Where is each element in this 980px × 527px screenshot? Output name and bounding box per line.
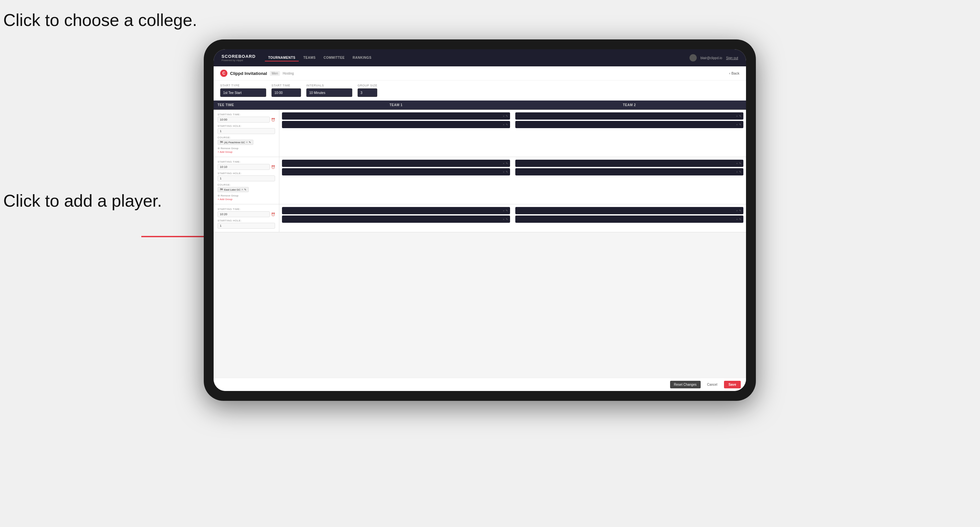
course-label-2: COURSE: bbox=[218, 183, 275, 186]
starting-hole-select-2[interactable]: 110 bbox=[218, 175, 275, 181]
back-button[interactable]: ‹ Back bbox=[729, 71, 740, 75]
slot-action-edit-3-2[interactable]: ✎ bbox=[506, 170, 508, 173]
slot-action-x-6-2[interactable]: × bbox=[736, 218, 738, 221]
starting-time-input-1[interactable] bbox=[218, 117, 270, 122]
player-slot-5-1[interactable]: ×✎ bbox=[282, 207, 510, 214]
player-slot-5-2[interactable]: ×✎ bbox=[282, 216, 510, 223]
add-group-1[interactable]: + Add Group bbox=[218, 151, 275, 154]
team1-col-2: ×✎ ×✎ bbox=[279, 157, 513, 204]
slot-action-edit-2-1[interactable]: ✎ bbox=[739, 115, 741, 117]
player-slot-2-1[interactable]: ×✎ bbox=[515, 113, 743, 120]
start-type-label: Start Type bbox=[220, 84, 266, 87]
starting-time-input-2[interactable] bbox=[218, 164, 270, 170]
bottom-bar: Reset Changes Cancel Save bbox=[214, 378, 746, 391]
start-type-group: Start Type 1st Tee Start Shotgun Start bbox=[220, 84, 266, 97]
slot-action-x-3-2[interactable]: × bbox=[503, 170, 504, 173]
slot-action-x-5-1[interactable]: × bbox=[503, 209, 504, 212]
course-tag-1: 🏁 (A) Peachtree GC × ✎ bbox=[218, 140, 253, 145]
slot-action-edit-1-2[interactable]: ✎ bbox=[506, 123, 508, 126]
nav-right: blair@clippd.io Sign out bbox=[689, 54, 738, 62]
start-time-group: Start Time bbox=[272, 84, 301, 97]
player-slot-3-2[interactable]: ×✎ bbox=[282, 168, 510, 175]
starting-time-label-2: STARTING TIME: bbox=[218, 160, 275, 163]
slot-action-edit-5-2[interactable]: ✎ bbox=[506, 218, 508, 221]
start-type-select[interactable]: 1st Tee Start Shotgun Start bbox=[220, 88, 266, 97]
reset-button[interactable]: Reset Changes bbox=[670, 381, 701, 388]
annotation-add-player: Click to add a player. bbox=[3, 190, 162, 211]
player-slot-1-2[interactable]: ×✎ bbox=[282, 121, 510, 128]
page-header: C Clippd Invitational Men Hosting ‹ Back bbox=[214, 67, 746, 81]
form-row: Start Type 1st Tee Start Shotgun Start S… bbox=[214, 81, 746, 100]
page-tag: Hosting bbox=[283, 71, 294, 75]
slot-action-x-3-1[interactable]: × bbox=[503, 162, 504, 165]
col-tee-time: Tee Time bbox=[214, 100, 279, 110]
slot-action-edit-5-1[interactable]: ✎ bbox=[506, 209, 508, 212]
player-slot-3-1[interactable]: ×✎ bbox=[282, 160, 510, 167]
player-slot-6-2[interactable]: ×✎ bbox=[515, 216, 743, 223]
starting-hole-label-3: STARTING HOLE: bbox=[218, 219, 275, 222]
nav-links: TOURNAMENTS TEAMS COMMITTEE RANKINGS bbox=[265, 54, 689, 62]
slot-action-x-6-1[interactable]: × bbox=[736, 209, 738, 212]
col-team1: Team 1 bbox=[279, 100, 513, 110]
starting-time-label-3: STARTING TIME: bbox=[218, 208, 275, 211]
starting-hole-select-1[interactable]: 110 bbox=[218, 128, 275, 134]
page-badge: Men bbox=[270, 71, 280, 76]
course-remove-1[interactable]: × bbox=[246, 141, 248, 144]
course-name-2: East Lake GC bbox=[224, 188, 240, 191]
slot-action-x-4-2[interactable]: × bbox=[736, 170, 738, 173]
slot-action-x-2-2[interactable]: × bbox=[736, 123, 738, 126]
navbar: SCOREBOARD Powered by clippd TOURNAMENTS… bbox=[214, 49, 746, 67]
slot-action-x-1-1[interactable]: × bbox=[503, 115, 504, 117]
remove-group-1[interactable]: ⊖ Remove Group bbox=[218, 147, 275, 150]
intervals-select[interactable]: 10 Minutes 8 Minutes bbox=[306, 88, 352, 97]
tablet-device: SCOREBOARD Powered by clippd TOURNAMENTS… bbox=[204, 40, 756, 401]
start-time-input[interactable] bbox=[272, 88, 301, 97]
slot-action-edit-6-1[interactable]: ✎ bbox=[739, 209, 741, 212]
nav-committee[interactable]: COMMITTEE bbox=[320, 54, 348, 62]
player-slot-4-1[interactable]: ×✎ bbox=[515, 160, 743, 167]
nav-teams[interactable]: TEAMS bbox=[300, 54, 319, 62]
annotation-choose-college: Click to choose a college. bbox=[3, 10, 197, 30]
player-slot-4-2[interactable]: ×✎ bbox=[515, 168, 743, 175]
slot-action-edit-3-1[interactable]: ✎ bbox=[506, 162, 508, 165]
intervals-label: Intervals bbox=[306, 84, 352, 87]
team2-col-3: ×✎ ×✎ bbox=[513, 204, 746, 232]
course-remove-2[interactable]: × bbox=[242, 188, 243, 191]
starting-hole-label-2: STARTING HOLE: bbox=[218, 172, 275, 175]
group-size-select[interactable]: 3 4 bbox=[358, 88, 377, 97]
team2-col-1: ×✎ ×✎ bbox=[513, 110, 746, 157]
cancel-button[interactable]: Cancel bbox=[703, 381, 721, 388]
slot-action-edit-1-1[interactable]: ✎ bbox=[506, 115, 508, 117]
remove-group-2[interactable]: ⊖ Remove Group bbox=[218, 194, 275, 197]
team1-col-1: ×✎ ×✎ bbox=[279, 110, 513, 157]
slot-action-edit-4-1[interactable]: ✎ bbox=[739, 162, 741, 165]
course-flag-2: 🏁 bbox=[220, 188, 223, 191]
nav-tournaments[interactable]: TOURNAMENTS bbox=[265, 54, 299, 62]
course-name-1: (A) Peachtree GC bbox=[224, 141, 245, 144]
course-edit-2[interactable]: ✎ bbox=[244, 188, 247, 191]
save-button[interactable]: Save bbox=[724, 381, 741, 388]
tablet-screen: SCOREBOARD Powered by clippd TOURNAMENTS… bbox=[214, 49, 746, 391]
add-group-2[interactable]: + Add Group bbox=[218, 198, 275, 201]
player-slot-1-1[interactable]: ×✎ bbox=[282, 113, 510, 120]
starting-time-label-1: STARTING TIME: bbox=[218, 113, 275, 116]
tee-sidebar-1: STARTING TIME: ⏰ STARTING HOLE: 110 COUR… bbox=[214, 110, 279, 157]
player-slot-6-1[interactable]: ×✎ bbox=[515, 207, 743, 214]
user-email: blair@clippd.io bbox=[701, 56, 722, 60]
slot-action-edit-6-2[interactable]: ✎ bbox=[739, 218, 741, 221]
nav-rankings[interactable]: RANKINGS bbox=[349, 54, 375, 62]
course-edit-1[interactable]: ✎ bbox=[249, 141, 251, 144]
starting-hole-select-3[interactable]: 110 bbox=[218, 223, 275, 229]
team2-col-2: ×✎ ×✎ bbox=[513, 157, 746, 204]
player-slot-2-2[interactable]: ×✎ bbox=[515, 121, 743, 128]
group-size-group: Group Size 3 4 bbox=[358, 84, 377, 97]
slot-action-edit-4-2[interactable]: ✎ bbox=[739, 170, 741, 173]
slot-action-x-2-1[interactable]: × bbox=[736, 115, 738, 117]
slot-action-x-1-2[interactable]: × bbox=[503, 123, 504, 126]
slot-action-edit-2-2[interactable]: ✎ bbox=[739, 123, 741, 126]
starting-time-input-3[interactable] bbox=[218, 211, 270, 217]
group-size-label: Group Size bbox=[358, 84, 377, 87]
sign-out-link[interactable]: Sign out bbox=[726, 56, 738, 60]
slot-action-x-4-1[interactable]: × bbox=[736, 162, 738, 165]
slot-action-x-5-2[interactable]: × bbox=[503, 218, 504, 221]
